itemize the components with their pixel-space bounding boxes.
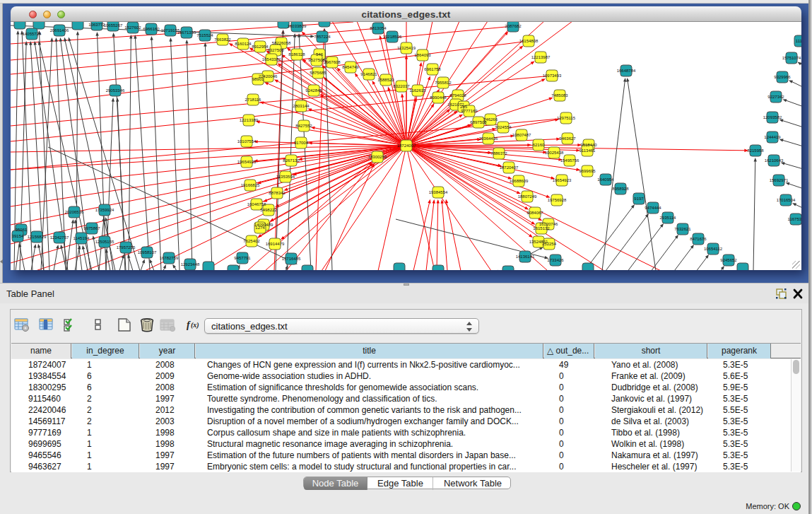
svg-text:10958107: 10958107 [138, 250, 157, 255]
svg-text:8958928: 8958928 [612, 187, 629, 191]
svg-text:9242845: 9242845 [305, 88, 322, 93]
svg-text:19654925: 19654925 [237, 160, 257, 164]
svg-text:9197: 9197 [634, 197, 644, 201]
svg-text:11353594: 11353594 [276, 175, 295, 179]
svg-text:1733426: 1733426 [547, 258, 564, 262]
svg-text:15495756: 15495756 [560, 158, 579, 163]
svg-text:17016504: 17016504 [777, 198, 796, 202]
svg-text:12975115: 12975115 [557, 116, 576, 120]
svg-text:2967608: 2967608 [324, 60, 341, 64]
svg-text:2803144: 2803144 [293, 104, 310, 108]
svg-text:9777169: 9777169 [461, 109, 478, 113]
svg-text:8990448: 8990448 [430, 95, 447, 100]
svg-text:9146821: 9146821 [360, 72, 377, 76]
svg-text:16046758: 16046758 [247, 202, 266, 206]
svg-text:16210643: 16210643 [765, 158, 784, 163]
svg-text:1145194: 1145194 [73, 236, 90, 240]
svg-text:12093582: 12093582 [763, 115, 782, 119]
svg-text:3024554: 3024554 [495, 125, 512, 129]
svg-text:5875685: 5875685 [310, 71, 326, 75]
svg-text:62160: 62160 [533, 143, 545, 147]
svg-text:18720407: 18720407 [500, 165, 519, 170]
svg-text:8215958: 8215958 [747, 148, 764, 153]
svg-text:9699695: 9699695 [579, 169, 596, 173]
svg-text:17359924: 17359924 [95, 208, 114, 212]
svg-text:95061: 95061 [16, 228, 28, 232]
svg-text:9327500: 9327500 [267, 48, 284, 52]
svg-text:58226058: 58226058 [272, 41, 291, 45]
svg-text:19166825: 19166825 [241, 183, 260, 187]
svg-text:16543382: 16543382 [262, 57, 281, 62]
svg-text:2718116: 2718116 [245, 98, 262, 102]
svg-text:10807487: 10807487 [512, 133, 531, 137]
svg-text:20691406: 20691406 [50, 28, 69, 33]
svg-text:12505155: 12505155 [95, 240, 114, 244]
svg-text:6794028: 6794028 [449, 93, 466, 98]
svg-text:8427552: 8427552 [295, 124, 312, 128]
svg-text:10025438: 10025438 [545, 151, 564, 155]
svg-text:10973493: 10973493 [543, 74, 562, 78]
svg-text:917004: 917004 [294, 141, 309, 145]
svg-text:1167535: 1167535 [788, 217, 801, 221]
svg-text:8322037: 8322037 [393, 84, 410, 88]
svg-text:1640954: 1640954 [597, 177, 614, 182]
svg-text:8454749: 8454749 [342, 65, 359, 69]
svg-text:2087682: 2087682 [505, 24, 522, 28]
svg-text:16648784: 16648784 [617, 69, 636, 73]
svg-text:9463627: 9463627 [559, 136, 576, 141]
svg-text:6961758: 6961758 [424, 67, 441, 71]
svg-text:10654112: 10654112 [704, 247, 723, 251]
svg-text:15716485: 15716485 [282, 257, 301, 261]
svg-text:19384554: 19384554 [429, 190, 448, 194]
svg-text:16671355: 16671355 [177, 30, 196, 35]
svg-text:9227342: 9227342 [767, 95, 784, 99]
svg-text:252254: 252254 [542, 242, 557, 246]
svg-text:7857224: 7857224 [314, 35, 331, 39]
svg-text:39154: 39154 [12, 234, 24, 238]
svg-text:8186328: 8186328 [288, 52, 305, 57]
svg-text:7632621: 7632621 [674, 227, 691, 231]
svg-text:14136141: 14136141 [516, 255, 535, 259]
svg-text:19218506: 19218506 [383, 35, 402, 39]
svg-text:1162615: 1162615 [410, 88, 427, 93]
svg-text:8267130: 8267130 [283, 158, 300, 163]
svg-text:12342757: 12342757 [50, 235, 69, 240]
svg-text:1615132: 1615132 [533, 226, 550, 230]
svg-text:17957255: 17957255 [117, 245, 136, 250]
svg-text:18724007: 18724007 [397, 144, 416, 148]
svg-text:7485083: 7485083 [551, 93, 568, 98]
svg-text:12213987: 12213987 [531, 55, 551, 59]
svg-text:14055724: 14055724 [23, 32, 42, 36]
svg-text:1588520: 1588520 [377, 78, 394, 82]
svg-text:9474444: 9474444 [645, 206, 661, 210]
svg-text:7625402: 7625402 [243, 239, 260, 243]
svg-text:9518440: 9518440 [580, 143, 597, 147]
svg-text:1244419: 1244419 [764, 135, 781, 139]
svg-text:10688609: 10688609 [510, 179, 529, 183]
svg-text:7663822: 7663822 [214, 37, 231, 42]
svg-text:18300295: 18300295 [368, 155, 387, 159]
svg-text:(x): (x) [191, 321, 199, 329]
svg-text:8471676: 8471676 [690, 237, 707, 241]
svg-text:8160124: 8160124 [235, 42, 252, 46]
svg-text:6897508: 6897508 [470, 120, 487, 124]
svg-text:11325419: 11325419 [397, 46, 416, 50]
svg-text:20206536: 20206536 [65, 210, 84, 214]
svg-text:9084067: 9084067 [526, 211, 543, 215]
svg-text:1274: 1274 [255, 226, 265, 230]
svg-text:19654923: 19654923 [553, 178, 572, 182]
svg-text:5498222: 5498222 [260, 208, 277, 212]
svg-text:15751074: 15751074 [782, 56, 801, 60]
svg-text:18807249: 18807249 [518, 194, 537, 199]
svg-text:9329966: 9329966 [774, 75, 791, 79]
svg-text:20364436: 20364436 [479, 136, 498, 141]
svg-text:8912954: 8912954 [252, 45, 269, 49]
svg-text:29053346: 29053346 [106, 88, 125, 93]
svg-text:10107554: 10107554 [237, 139, 257, 144]
svg-text:15692971: 15692971 [770, 178, 789, 182]
svg-text:7515524: 7515524 [196, 33, 213, 37]
svg-text:19756928: 19756928 [548, 198, 567, 202]
svg-text:1864093: 1864093 [414, 53, 431, 57]
svg-text:9975867: 9975867 [83, 226, 100, 230]
svg-text:9457791: 9457791 [234, 256, 251, 260]
